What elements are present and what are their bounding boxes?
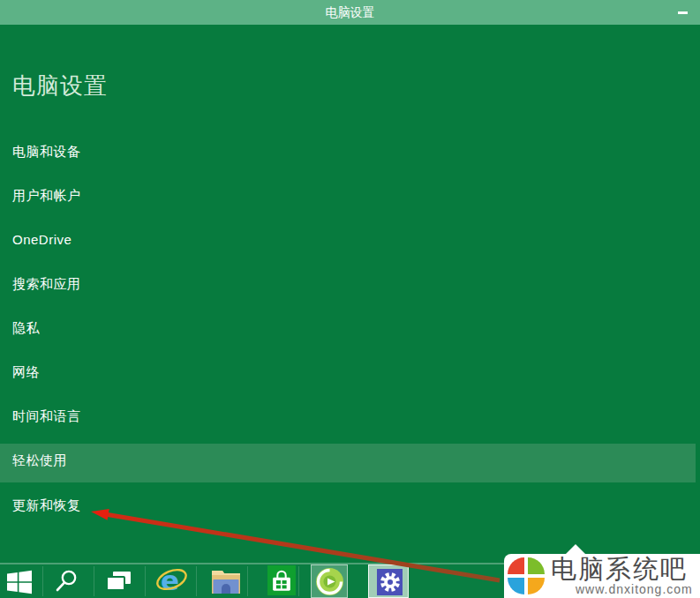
minimize-button[interactable] bbox=[668, 0, 691, 25]
watermark-notch bbox=[566, 544, 585, 554]
watermark-site-url: www.dnxitong.com bbox=[576, 582, 693, 596]
menu-item-network[interactable]: 网络 bbox=[0, 350, 696, 394]
menu-item-users-accounts[interactable]: 用户和帐户 bbox=[0, 174, 696, 218]
menu-item-pc-and-devices[interactable]: 电脑和设备 bbox=[0, 130, 696, 174]
taskbar-separator bbox=[247, 566, 248, 596]
minimize-icon bbox=[678, 11, 688, 14]
task-view-button[interactable] bbox=[106, 572, 132, 595]
taskbar-separator bbox=[145, 566, 146, 596]
browser-360-icon bbox=[315, 567, 344, 596]
menu-item-ease-of-access[interactable]: 轻松使用 bbox=[0, 438, 696, 482]
taskbar-separator bbox=[94, 566, 94, 596]
search-button[interactable] bbox=[55, 570, 78, 596]
file-explorer-icon bbox=[211, 569, 241, 594]
window-title: 电脑设置 bbox=[0, 0, 700, 25]
browser-360-button[interactable] bbox=[311, 564, 348, 598]
search-icon bbox=[55, 570, 78, 593]
titlebar: 电脑设置 bbox=[0, 0, 700, 25]
task-view-icon bbox=[106, 572, 132, 592]
page-title: 电脑设置 bbox=[12, 71, 108, 101]
menu-item-update-recovery[interactable]: 更新和恢复 bbox=[0, 483, 696, 527]
gear-icon bbox=[379, 571, 402, 594]
taskbar-separator bbox=[298, 566, 299, 596]
windows-logo-icon bbox=[7, 570, 32, 594]
menu-item-privacy[interactable]: 隐私 bbox=[0, 306, 696, 350]
watermark-site-name: 电脑系统吧 bbox=[551, 554, 699, 584]
start-button[interactable] bbox=[7, 570, 32, 598]
store-button[interactable] bbox=[267, 565, 296, 595]
pc-settings-app-tile bbox=[377, 569, 403, 595]
internet-explorer-icon: e bbox=[155, 564, 188, 596]
menu-item-onedrive[interactable]: OneDrive bbox=[0, 218, 696, 262]
menu-item-search-apps[interactable]: 搜索和应用 bbox=[0, 262, 696, 306]
taskbar-separator bbox=[196, 566, 197, 596]
taskbar-separator bbox=[42, 566, 43, 596]
file-explorer-button[interactable] bbox=[211, 569, 241, 598]
watermark-badge: 电脑系统吧 www.dnxitong.com bbox=[504, 554, 700, 598]
store-icon bbox=[268, 567, 295, 594]
pc-settings-taskbar-button[interactable] bbox=[368, 564, 409, 598]
menu-item-time-language[interactable]: 时间和语言 bbox=[0, 394, 696, 438]
internet-explorer-button[interactable]: e bbox=[155, 564, 188, 598]
site-logo-icon bbox=[506, 556, 546, 596]
